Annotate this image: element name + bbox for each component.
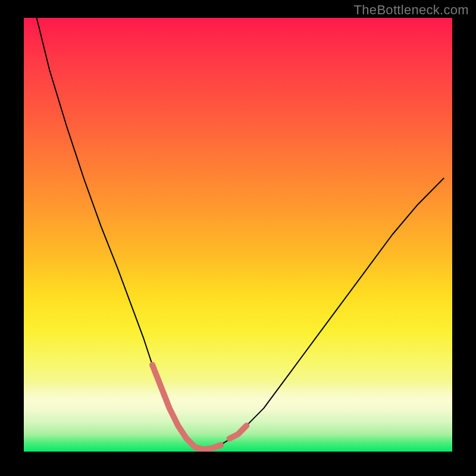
- series-highlight-segments: [152, 365, 221, 449]
- chart-stage: TheBottleneck.com: [0, 0, 476, 476]
- watermark-text: TheBottleneck.com: [354, 2, 469, 18]
- curve-layer: [24, 18, 452, 452]
- series-bottleneck-curve: [37, 18, 444, 449]
- series-highlight-segments: [230, 425, 247, 439]
- plot-area: [24, 18, 452, 452]
